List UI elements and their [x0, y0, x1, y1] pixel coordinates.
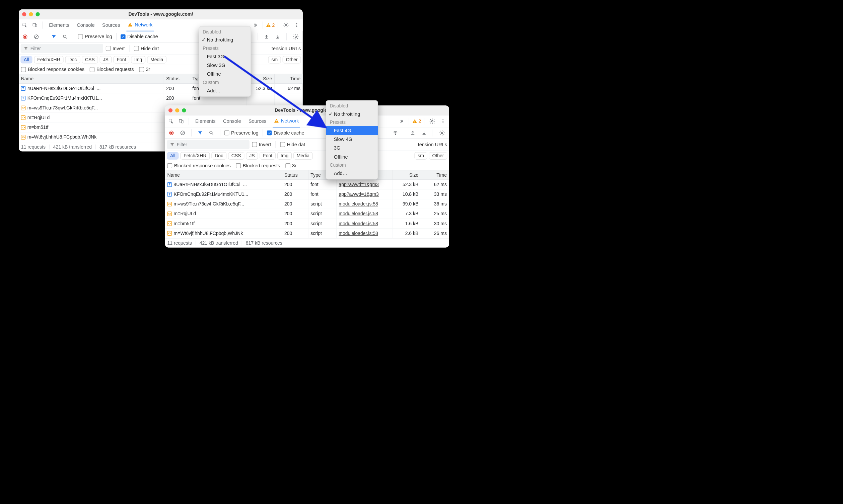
- kebab-menu-icon[interactable]: [292, 21, 301, 29]
- download-icon[interactable]: [273, 33, 282, 40]
- filter-icon[interactable]: [196, 129, 205, 137]
- dropdown-item[interactable]: Add…: [199, 86, 251, 95]
- kebab-menu-icon[interactable]: [438, 118, 447, 125]
- warning-badge[interactable]: 2: [412, 119, 421, 124]
- tab-sources[interactable]: Sources: [247, 115, 268, 127]
- search-icon[interactable]: [207, 129, 216, 137]
- tab-network[interactable]: Network: [127, 19, 154, 31]
- dropdown-item[interactable]: Fast 4G: [326, 126, 378, 135]
- chip-other[interactable]: Other: [283, 56, 301, 63]
- clear-icon[interactable]: [32, 33, 41, 40]
- more-tabs-icon[interactable]: [397, 118, 406, 125]
- col-status[interactable]: Status: [282, 170, 308, 179]
- dropdown-item[interactable]: 3G: [326, 144, 378, 152]
- table-row[interactable]: <>m=Wt6vjf,hhhU8,FCpbqb,WhJNk 200 script…: [165, 229, 449, 238]
- blocked-requests-checkbox[interactable]: Blocked requests: [236, 163, 280, 168]
- window-maximize-button[interactable]: [35, 12, 39, 16]
- device-toolbar-icon[interactable]: [31, 21, 39, 29]
- window-close-button[interactable]: [169, 108, 173, 112]
- chip-sm-cut[interactable]: sm: [415, 152, 427, 160]
- invert-checkbox[interactable]: Invert: [252, 142, 271, 147]
- upload-icon[interactable]: [408, 129, 417, 137]
- chip-media[interactable]: Media: [293, 152, 313, 160]
- settings-icon[interactable]: [427, 118, 437, 125]
- upload-icon[interactable]: [262, 33, 271, 40]
- dropdown-item[interactable]: Fast 3G: [199, 52, 251, 61]
- window-maximize-button[interactable]: [182, 108, 186, 112]
- hide-data-checkbox[interactable]: Hide dat: [280, 142, 305, 147]
- dropdown-item[interactable]: Slow 4G: [326, 135, 378, 144]
- throttling-dropdown[interactable]: Disabled✓No throttlingPresetsFast 3GSlow…: [199, 26, 251, 97]
- blocked-cookies-checkbox[interactable]: Blocked response cookies: [21, 67, 84, 72]
- dropdown-item[interactable]: ✓No throttling: [199, 35, 251, 44]
- tab-elements[interactable]: Elements: [48, 19, 70, 31]
- tab-console[interactable]: Console: [222, 115, 242, 127]
- chip-all[interactable]: All: [21, 56, 33, 63]
- chip-fetchxhr[interactable]: Fetch/XHR: [34, 56, 64, 63]
- inspect-element-icon[interactable]: [20, 21, 29, 29]
- chip-doc[interactable]: Doc: [65, 56, 80, 63]
- chip-media[interactable]: Media: [147, 56, 166, 63]
- dropdown-item[interactable]: Add…: [326, 169, 378, 178]
- table-row[interactable]: T4UaRrENHsxJlGDuGo1OIlJfC6l_... 200 font…: [165, 180, 449, 190]
- dropdown-item[interactable]: Slow 3G: [199, 61, 251, 70]
- preserve-log-checkbox[interactable]: Preserve log: [224, 130, 259, 136]
- panel-settings-icon[interactable]: [437, 129, 447, 137]
- cell-initiator[interactable]: app?awwd=1&gm3: [337, 190, 393, 199]
- search-icon[interactable]: [60, 33, 70, 40]
- window-minimize-button[interactable]: [29, 12, 33, 16]
- chip-font[interactable]: Font: [113, 56, 129, 63]
- chip-img[interactable]: Img: [277, 152, 292, 160]
- dropdown-item[interactable]: Offline: [326, 152, 378, 161]
- blocked-cookies-checkbox[interactable]: Blocked response cookies: [168, 163, 231, 168]
- wifi-icon[interactable]: [391, 129, 400, 137]
- blocked-3rd-checkbox[interactable]: 3r: [139, 67, 150, 72]
- col-time[interactable]: Time: [421, 170, 449, 179]
- hide-data-checkbox[interactable]: Hide dat: [134, 46, 159, 51]
- dropdown-item[interactable]: ✓No throttling: [326, 110, 378, 119]
- tab-console[interactable]: Console: [76, 19, 96, 31]
- window-close-button[interactable]: [22, 12, 26, 16]
- col-size[interactable]: Size: [393, 170, 421, 179]
- record-button[interactable]: [167, 129, 176, 137]
- preserve-log-checkbox[interactable]: Preserve log: [78, 34, 112, 39]
- download-icon[interactable]: [420, 129, 429, 137]
- col-name[interactable]: Name: [19, 74, 164, 83]
- clear-icon[interactable]: [178, 129, 187, 137]
- disable-cache-checkbox[interactable]: Disable cache: [121, 34, 158, 39]
- cell-initiator[interactable]: app?awwd=1&gm3: [337, 180, 393, 190]
- window-minimize-button[interactable]: [175, 108, 179, 112]
- filter-icon[interactable]: [49, 33, 58, 40]
- chip-fetchxhr[interactable]: Fetch/XHR: [180, 152, 210, 160]
- device-toolbar-icon[interactable]: [177, 118, 186, 125]
- dropdown-item[interactable]: Offline: [199, 70, 251, 78]
- table-row[interactable]: T4UaRrENHsxJlGDuGo1OIlJfC6l_... 200 font…: [19, 84, 303, 93]
- warning-badge[interactable]: 2: [266, 22, 275, 28]
- tab-elements[interactable]: Elements: [194, 115, 217, 127]
- disable-cache-checkbox[interactable]: Disable cache: [267, 130, 304, 136]
- table-row[interactable]: TKFOmCnqEu92Fr1Mu4mxKKTU1... 200 font: [19, 93, 303, 103]
- record-button[interactable]: [21, 33, 30, 40]
- chip-font[interactable]: Font: [260, 152, 276, 160]
- chip-js[interactable]: JS: [100, 56, 111, 63]
- chip-sm-cut[interactable]: sm: [268, 56, 281, 63]
- chip-all[interactable]: All: [167, 152, 178, 160]
- table-row[interactable]: TKFOmCnqEu92Fr1Mu4mxKKTU1... 200 font ap…: [165, 190, 449, 199]
- inspect-element-icon[interactable]: [166, 118, 176, 125]
- chip-doc[interactable]: Doc: [212, 152, 226, 160]
- cell-initiator[interactable]: moduleloader.js:58: [337, 199, 393, 209]
- cell-initiator[interactable]: moduleloader.js:58: [337, 229, 393, 238]
- filter-input[interactable]: Filter: [21, 44, 103, 53]
- table-row[interactable]: <>m=ws9Tlc,n73qwf,GkRiKb,e5qF... 200 scr…: [165, 199, 449, 209]
- chip-js[interactable]: JS: [246, 152, 258, 160]
- invert-checkbox[interactable]: Invert: [106, 46, 125, 51]
- throttling-dropdown[interactable]: Disabled✓No throttlingPresetsFast 4GSlow…: [326, 101, 378, 180]
- settings-icon[interactable]: [281, 21, 291, 29]
- chip-img[interactable]: Img: [131, 56, 145, 63]
- table-row[interactable]: <>m=RqjULd 200 script moduleloader.js:58…: [165, 209, 449, 218]
- cell-initiator[interactable]: moduleloader.js:58: [337, 209, 393, 218]
- col-name[interactable]: Name: [165, 170, 282, 179]
- chip-css[interactable]: CSS: [228, 152, 244, 160]
- more-tabs-icon[interactable]: [250, 21, 260, 29]
- blocked-3rd-checkbox[interactable]: 3r: [285, 163, 296, 168]
